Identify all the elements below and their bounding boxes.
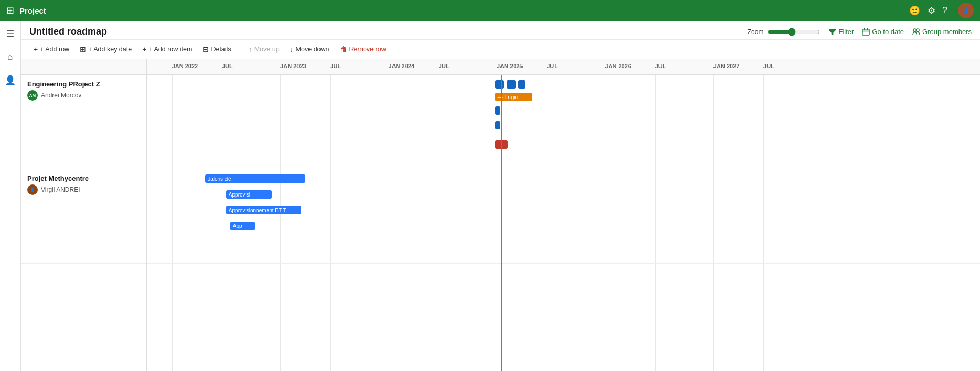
sidebar-user-icon[interactable]: 👤	[2, 72, 19, 89]
row-left-1: Engineering PRoject Z AM Andrei Morcov	[21, 75, 146, 169]
bar-2-approvisionnement-label: Approvisionnement BT-T	[229, 208, 286, 213]
page-title: Untitled roadmap	[29, 26, 107, 37]
sidebar: ☰ ⌂ 👤	[0, 21, 21, 371]
sidebar-home-icon[interactable]: ⌂	[4, 49, 16, 66]
go-to-date-label: Go to date	[872, 28, 904, 36]
gantt-row-1: — Engin	[147, 75, 980, 169]
toolbar: + + Add row ⊞ + Add key date + + Add row…	[21, 40, 980, 59]
zoom-label: Zoom	[748, 28, 764, 36]
bar-1-kd1[interactable]	[495, 80, 504, 89]
tl-jul5: JUL	[655, 63, 666, 69]
today-line	[501, 75, 502, 371]
add-key-date-button[interactable]: ⊞ + Add key date	[76, 43, 136, 56]
rows-panel-header	[21, 59, 146, 75]
tl-jan2022: JAN 2022	[172, 63, 198, 69]
zoom-slider[interactable]	[768, 28, 820, 36]
topbar: ⊞ Project 🙂 ⚙ ? 👤	[0, 0, 980, 21]
timeline-header: JAN 2022 JUL JAN 2023 JUL JAN 2024 JUL J…	[147, 59, 980, 75]
row-1-user: AM Andrei Morcov	[27, 90, 140, 101]
remove-row-icon: 🗑	[340, 45, 347, 53]
bar-2-jalons[interactable]: Jalons clé	[205, 174, 305, 183]
group-members-button[interactable]: Group members	[912, 28, 972, 36]
move-down-button[interactable]: ↓ Move down	[286, 43, 334, 56]
tl-jul6: JUL	[763, 63, 774, 69]
user-avatar[interactable]: 👤	[958, 3, 974, 18]
gantt-row-2: Jalons clé Approvisi Approvisionnement B…	[147, 169, 980, 264]
row-1-avatar: AM	[27, 90, 38, 101]
add-row-item-button[interactable]: + + Add row item	[138, 43, 196, 56]
svg-point-2	[917, 29, 920, 32]
group-members-label: Group members	[922, 28, 972, 36]
tl-jul3: JUL	[439, 63, 450, 69]
tl-jul1: JUL	[222, 63, 233, 69]
bar-1-sub2[interactable]	[495, 121, 500, 129]
details-button[interactable]: ⊟ Details	[198, 43, 235, 56]
zoom-control: Zoom	[748, 28, 821, 36]
row-1-name: Engineering PRoject Z	[27, 80, 140, 88]
header-right-controls: Zoom Filter Go to date Group members	[748, 28, 972, 36]
row-left-2: Projet Methycentre 👤 Virgil ANDREI	[21, 169, 146, 264]
help-icon[interactable]: ?	[943, 5, 947, 16]
main-content: Untitled roadmap Zoom Filter Go to date …	[21, 21, 980, 371]
gantt-body: — Engin Jalons clé Approvisi	[147, 75, 980, 371]
bar-2-approvisi[interactable]: Approvisi	[226, 190, 272, 199]
move-up-button[interactable]: ↑ Move up	[244, 43, 284, 56]
gantt-left-panel: Engineering PRoject Z AM Andrei Morcov P…	[21, 59, 147, 371]
emoji-icon[interactable]: 🙂	[909, 5, 920, 16]
tl-jan2024: JAN 2024	[389, 63, 415, 69]
tl-jan2026: JAN 2026	[605, 63, 631, 69]
row-2-name: Projet Methycentre	[27, 174, 140, 182]
add-row-icon: +	[34, 45, 38, 53]
gantt-area: Engineering PRoject Z AM Andrei Morcov P…	[21, 59, 980, 371]
tl-jan2027: JAN 2027	[713, 63, 740, 69]
move-down-icon: ↓	[290, 45, 294, 53]
filter-label: Filter	[838, 28, 854, 36]
move-up-icon: ↑	[249, 45, 252, 53]
bar-1-sub1[interactable]	[495, 106, 500, 115]
gantt-timeline: JAN 2022 JUL JAN 2023 JUL JAN 2024 JUL J…	[147, 59, 980, 371]
bar-2-app-label: App	[233, 223, 242, 229]
row-2-user: 👤 Virgil ANDREI	[27, 184, 140, 195]
bar-2-app[interactable]: App	[230, 222, 255, 230]
add-key-date-icon: ⊞	[80, 45, 86, 53]
bar-1-kd2[interactable]	[507, 80, 516, 89]
sidebar-menu-icon[interactable]: ☰	[3, 25, 17, 42]
page-header: Untitled roadmap Zoom Filter Go to date …	[21, 21, 980, 40]
go-to-date-button[interactable]: Go to date	[862, 28, 904, 36]
settings-icon[interactable]: ⚙	[928, 5, 935, 16]
toolbar-separator-1	[240, 44, 240, 54]
tl-jul4: JUL	[547, 63, 558, 69]
row-2-avatar: 👤	[27, 184, 38, 195]
add-row-item-icon: +	[142, 45, 146, 53]
bar-1-kd3[interactable]	[518, 80, 525, 89]
tl-jan2025: JAN 2025	[497, 63, 523, 69]
bar-2-approvisi-label: Approvisi	[229, 192, 250, 198]
add-row-button[interactable]: + + Add row	[29, 43, 73, 56]
tl-jan2023: JAN 2023	[280, 63, 306, 69]
app-title: Project	[19, 6, 46, 15]
app-grid-icon[interactable]: ⊞	[6, 5, 14, 16]
svg-point-1	[913, 29, 917, 32]
topbar-right-icons: 🙂 ⚙ ? 👤	[909, 3, 974, 18]
remove-row-button[interactable]: 🗑 Remove row	[336, 43, 390, 56]
details-icon: ⊟	[203, 45, 209, 53]
bar-2-approvisionnement[interactable]: Approvisionnement BT-T	[226, 206, 301, 214]
avatar-image: 👤	[963, 8, 969, 13]
tl-jul2: JUL	[330, 63, 341, 69]
filter-button[interactable]: Filter	[828, 28, 854, 36]
svg-rect-0	[862, 29, 869, 35]
bar-2-jalons-label: Jalons clé	[208, 176, 231, 182]
